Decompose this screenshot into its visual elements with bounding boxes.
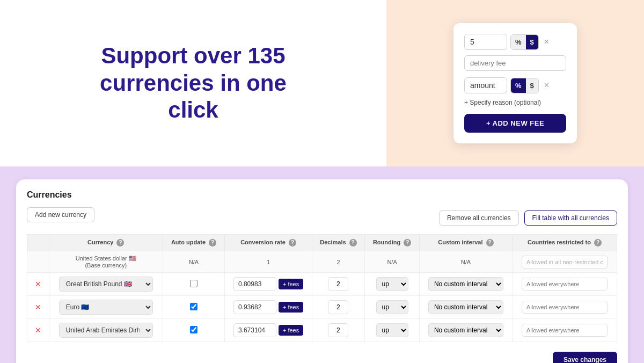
fee-type-toggle-1: % $ — [510, 34, 539, 50]
decimals-cell-2 — [312, 296, 364, 319]
specify-reason-link[interactable]: + Specify reason (optional) — [464, 99, 566, 106]
conversion-help-icon: ? — [289, 239, 296, 246]
currency-cell-3: United Arab Emirates Dirham 🇦🇪 — [49, 319, 163, 342]
panel-actions: Remove all currencies Fill table with al… — [439, 210, 617, 226]
fee-row-2: % $ × — [464, 77, 566, 93]
bottom-section: Currencies Add new currency Remove all c… — [0, 166, 644, 363]
col-countries: Countries restricted to ? — [512, 235, 617, 251]
currency-cell-2: Euro 🇪🇺 — [49, 296, 163, 319]
interval-select-2[interactable]: No custom interval — [428, 300, 503, 314]
fill-table-btn[interactable]: Fill table with all currencies — [524, 210, 617, 226]
save-changes-btn[interactable]: Save changes — [553, 352, 617, 363]
auto-update-checkbox-1[interactable] — [190, 280, 197, 287]
interval-cell-3: No custom interval — [419, 319, 512, 342]
delete-cell-3: ✕ — [27, 319, 49, 342]
countries-input-1[interactable] — [522, 278, 608, 291]
base-rounding: N/A — [365, 251, 420, 273]
base-decimals: 2 — [312, 251, 364, 273]
currencies-table: Currency ? Auto update ? Conversion rate… — [27, 234, 617, 342]
base-currency-name: United States dollar 🇺🇸 (Base currency) — [49, 251, 163, 273]
auto-update-checkbox-3[interactable] — [190, 326, 197, 333]
add-currency-btn[interactable]: Add new currency — [27, 207, 94, 222]
col-conversion-rate: Conversion rate ? — [225, 235, 312, 251]
interval-help-icon: ? — [486, 239, 494, 246]
currency-select-2[interactable]: Euro 🇪🇺 — [59, 300, 153, 315]
fee-row-1: % $ × — [464, 34, 566, 50]
countries-input-3[interactable] — [522, 324, 608, 337]
interval-select-1[interactable]: No custom interval — [428, 277, 503, 291]
auto-update-cell-2 — [163, 296, 225, 319]
rounding-cell-3: up down — [365, 319, 420, 342]
auto-update-help-icon: ? — [209, 239, 216, 246]
rounding-select-3[interactable]: up down — [376, 323, 408, 337]
fee-label-row — [464, 55, 566, 71]
table-row: ✕ Great British Pound 🇬🇧 + fees — [27, 273, 617, 296]
conversion-rate-cell-2: + fees — [225, 296, 312, 319]
base-custom-interval: N/A — [419, 251, 512, 273]
decimals-cell-1 — [312, 273, 364, 296]
fee-type-toggle-2: % $ — [510, 78, 539, 93]
decimals-input-2[interactable] — [328, 300, 348, 314]
delete-row-3-btn[interactable]: ✕ — [32, 325, 45, 336]
currencies-panel: Currencies Add new currency Remove all c… — [16, 179, 628, 363]
countries-help-icon: ? — [594, 239, 602, 246]
col-currency: Currency ? — [49, 235, 163, 251]
base-countries-input[interactable] — [522, 256, 608, 268]
fee-amount-input[interactable] — [464, 77, 507, 93]
decimals-input-3[interactable] — [328, 323, 348, 337]
countries-input-2[interactable] — [522, 301, 608, 314]
fee-value-input[interactable] — [464, 34, 507, 50]
decimals-cell-3 — [312, 319, 364, 342]
interval-select-3[interactable]: No custom interval — [428, 323, 503, 337]
conversion-rate-cell-1: + fees — [225, 273, 312, 296]
currency-cell-1: Great British Pound 🇬🇧 — [49, 273, 163, 296]
dollar-btn-2[interactable]: $ — [526, 78, 538, 93]
rounding-cell-1: up down — [365, 273, 420, 296]
delete-cell-1: ✕ — [27, 273, 49, 296]
add-fee-btn[interactable]: + ADD NEW FEE — [464, 114, 566, 133]
panel-title: Currencies — [27, 190, 72, 200]
col-auto-update: Auto update ? — [163, 235, 225, 251]
conversion-rate-cell-3: + fees — [225, 319, 312, 342]
col-decimals: Decimals ? — [312, 235, 364, 251]
delete-row-2-btn[interactable]: ✕ — [32, 302, 45, 313]
col-custom-interval: Custom interval ? — [419, 235, 512, 251]
col-delete — [27, 235, 49, 251]
fees-btn-1[interactable]: + fees — [279, 279, 303, 289]
dollar-btn-1[interactable]: $ — [526, 35, 538, 49]
decimals-input-1[interactable] — [328, 277, 348, 291]
currency-select-1[interactable]: Great British Pound 🇬🇧 — [59, 277, 153, 292]
base-auto-update: N/A — [163, 251, 225, 273]
currency-select-3[interactable]: United Arab Emirates Dirham 🇦🇪 — [59, 323, 153, 338]
percent-btn-1[interactable]: % — [511, 35, 526, 49]
interval-cell-2: No custom interval — [419, 296, 512, 319]
auto-update-cell-3 — [163, 319, 225, 342]
rate-input-1[interactable] — [233, 277, 276, 291]
fee-label-input[interactable] — [464, 55, 566, 71]
countries-cell-1 — [512, 273, 617, 296]
rate-input-3[interactable] — [233, 323, 276, 337]
interval-cell-1: No custom interval — [419, 273, 512, 296]
rate-input-2[interactable] — [233, 300, 276, 314]
delete-row-1-btn[interactable]: ✕ — [32, 279, 45, 289]
panel-header: Currencies — [27, 190, 617, 200]
fees-btn-3[interactable]: + fees — [279, 325, 303, 336]
base-currency-row: United States dollar 🇺🇸 (Base currency) … — [27, 251, 617, 273]
percent-btn-2[interactable]: % — [511, 78, 526, 93]
close-fee-1-btn[interactable]: × — [542, 35, 551, 49]
col-rounding: Rounding ? — [365, 235, 420, 251]
remove-all-btn[interactable]: Remove all currencies — [439, 210, 519, 226]
top-right-panel: % $ × % $ × + Specify reason (optio — [386, 0, 644, 166]
rounding-help-icon: ? — [404, 239, 411, 246]
table-row: ✕ United Arab Emirates Dirham 🇦🇪 + fe — [27, 319, 617, 342]
fees-btn-2[interactable]: + fees — [279, 302, 303, 313]
countries-cell-2 — [512, 296, 617, 319]
auto-update-checkbox-2[interactable] — [190, 303, 197, 310]
headline: Support over 135 currencies in one click — [86, 42, 301, 124]
base-conversion-rate: 1 — [225, 251, 312, 273]
rounding-select-2[interactable]: up down — [376, 300, 408, 314]
countries-cell-3 — [512, 319, 617, 342]
close-fee-2-btn[interactable]: × — [542, 78, 551, 92]
rounding-select-1[interactable]: up down — [376, 277, 408, 291]
fee-card: % $ × % $ × + Specify reason (optio — [453, 23, 577, 143]
